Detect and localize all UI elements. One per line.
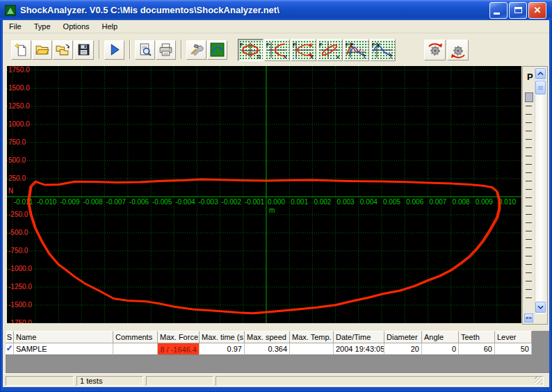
tick-mark <box>526 206 532 206</box>
max-force-cell[interactable]: 8.8 / -1646.4 <box>158 343 200 355</box>
svg-text:0.003: 0.003 <box>337 198 355 206</box>
status-panel-2: 1 tests <box>76 376 143 386</box>
lever-cell[interactable]: 50 <box>495 343 532 355</box>
svg-text:-0.004: -0.004 <box>175 198 195 206</box>
name-cell[interactable]: SAMPLE <box>14 343 113 355</box>
scrollbar-thumb[interactable] <box>535 81 546 95</box>
svg-text:-0.005: -0.005 <box>152 198 172 206</box>
print-preview-button[interactable] <box>135 40 155 60</box>
comments-cell[interactable] <box>113 343 158 355</box>
force-velocity-loop-button[interactable]: Fv <box>317 39 343 61</box>
menu-item-type[interactable]: Type <box>28 21 57 32</box>
force-velocity-curve-button[interactable]: FV <box>264 39 290 61</box>
floppy-disk-icon <box>76 42 91 57</box>
column-header-teeth[interactable]: Teeth <box>459 331 495 343</box>
svg-text:T: T <box>363 54 366 59</box>
status-panel-3 <box>146 376 213 386</box>
open-all-button[interactable] <box>53 40 73 60</box>
svg-text:500.0: 500.0 <box>8 156 26 164</box>
max-temp-cell[interactable] <box>290 343 334 355</box>
maximize-button[interactable] <box>509 2 527 19</box>
column-header-max-time-s[interactable]: Max. time (s <box>200 331 245 343</box>
checkmark-icon: ✓ <box>6 343 13 353</box>
menu-item-help[interactable]: Help <box>96 21 124 32</box>
new-test-button[interactable] <box>11 40 31 60</box>
gear-ccw-icon <box>449 41 467 59</box>
close-icon: ✕ <box>534 6 542 15</box>
slider-thumb[interactable] <box>525 92 533 102</box>
save-button[interactable] <box>74 40 94 60</box>
open-button[interactable] <box>32 40 52 60</box>
status-bar: 1 tests <box>3 373 549 387</box>
cell-text: 60 <box>484 345 492 353</box>
cell-text: 20 <box>411 345 419 353</box>
chevron-up-icon <box>537 72 544 76</box>
graph-button[interactable] <box>207 40 227 60</box>
svg-text:v: v <box>336 54 339 59</box>
play-icon <box>107 42 122 57</box>
minimize-button[interactable] <box>489 2 508 19</box>
open-folder-icon <box>35 42 49 57</box>
table-row[interactable]: ✓SAMPLE8.8 / -1646.40.970.3642004 19:43:… <box>6 343 549 355</box>
menu-item-file[interactable]: File <box>3 21 28 32</box>
column-header-max-temp-[interactable]: Max. Temp. <box>290 331 334 343</box>
tools-icon <box>189 42 204 57</box>
print-button[interactable] <box>156 40 176 60</box>
svg-text:0.009: 0.009 <box>476 198 493 206</box>
menu-item-options[interactable]: Options <box>57 21 96 32</box>
slider-reset-button[interactable]: «» <box>524 313 533 322</box>
svg-text:V: V <box>310 54 314 59</box>
teeth-cell[interactable]: 60 <box>459 343 495 355</box>
resize-grip[interactable] <box>535 377 542 384</box>
svg-text:F: F <box>319 42 323 47</box>
force-position-time-button[interactable]: FPT <box>343 39 369 61</box>
tick-mark <box>526 247 532 248</box>
svg-text:-0.008: -0.008 <box>83 198 103 206</box>
svg-text:V: V <box>284 54 287 59</box>
date-time-cell[interactable]: 2004 19:43:05 <box>334 343 384 355</box>
close-button[interactable]: ✕ <box>528 2 546 19</box>
column-header-comments[interactable]: Comments <box>113 331 158 343</box>
column-header-s[interactable]: S <box>6 331 14 343</box>
svg-text:P: P <box>350 42 354 47</box>
title-bar[interactable]: ShockAnalyzer. V0.5 C:\Mis documentos\Sh… <box>0 0 552 20</box>
run-test-button[interactable] <box>104 40 124 60</box>
svg-text:-1750.0: -1750.0 <box>8 319 32 323</box>
rotate-cw-button[interactable] <box>424 40 446 60</box>
column-header-lever[interactable]: Lever <box>495 331 532 343</box>
fd-loop-icon: FD <box>239 41 262 59</box>
cell-text: SAMPLE <box>16 345 47 353</box>
status-panel-4 <box>216 376 544 386</box>
tick-mark <box>526 139 532 140</box>
svg-text:-0.006: -0.006 <box>129 198 149 206</box>
scroll-down-button[interactable] <box>535 302 546 313</box>
cell-text: 8.8 / -1646.4 <box>158 345 197 354</box>
column-header-diameter[interactable]: Diameter <box>384 331 422 343</box>
app-window: ShockAnalyzer. V0.5 C:\Mis documentos\Sh… <box>0 0 552 392</box>
column-header-angle[interactable]: Angle <box>422 331 459 343</box>
diameter-cell[interactable]: 20 <box>384 343 422 355</box>
column-header-date-time[interactable]: Date/Time <box>334 331 384 343</box>
max-time-cell[interactable]: 0.97 <box>200 343 245 355</box>
force-velocity-time-button[interactable]: FVT <box>370 39 396 61</box>
svg-text:-0.001: -0.001 <box>245 198 265 206</box>
tick-mark <box>526 256 532 256</box>
tick-mark <box>526 172 532 173</box>
fv-arrows-icon: FV <box>292 41 315 59</box>
max-speed-cell[interactable]: 0.364 <box>245 343 290 355</box>
angle-cell[interactable]: 0 <box>422 343 459 355</box>
selected-cell[interactable]: ✓ <box>6 343 14 355</box>
column-header-max-speed[interactable]: Max. speed <box>245 331 290 343</box>
settings-button[interactable] <box>186 40 206 60</box>
scroll-up-button[interactable] <box>535 68 546 79</box>
svg-text:0.010: 0.010 <box>498 198 516 206</box>
force-displacement-button[interactable]: FD <box>238 39 263 61</box>
svg-text:-1500.0: -1500.0 <box>8 301 32 309</box>
force-velocity-arrows-button[interactable]: FV <box>291 39 316 61</box>
scrollbar-track[interactable] <box>535 67 546 314</box>
tick-mark <box>526 289 532 290</box>
column-header-name[interactable]: Name <box>14 331 113 343</box>
rotate-ccw-button[interactable] <box>447 40 469 60</box>
cell-text: 2004 19:43:05 <box>336 345 384 353</box>
column-header-max-force-[interactable]: Max. Force ( <box>158 331 200 343</box>
